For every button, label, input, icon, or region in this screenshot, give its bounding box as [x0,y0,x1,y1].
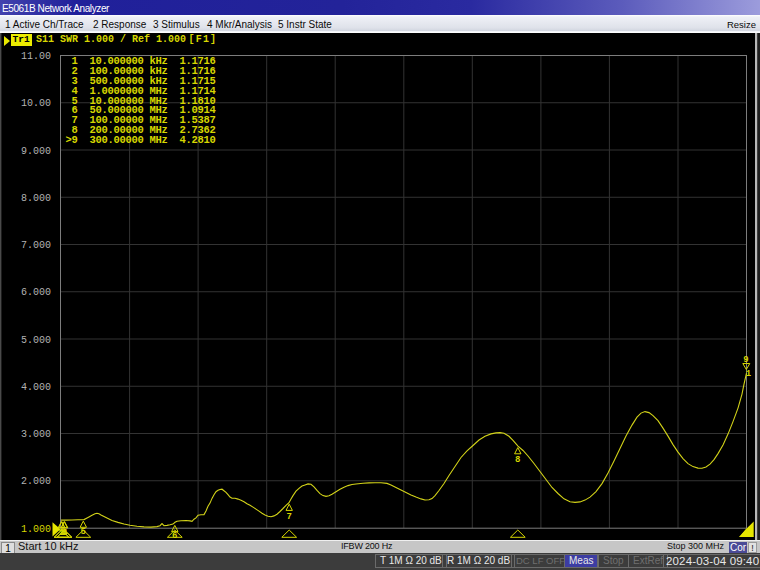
svg-text:5.000: 5.000 [21,335,51,346]
svg-text:1.000: 1.000 [21,524,51,535]
svg-text:7.000: 7.000 [21,240,51,251]
svg-text:8.000: 8.000 [21,193,51,204]
svg-text:2.000: 2.000 [21,476,51,487]
svg-text:10.00: 10.00 [21,98,51,109]
svg-text:3.000: 3.000 [21,429,51,440]
svg-text:1: 1 [746,369,752,379]
svg-text:4.000: 4.000 [21,382,51,393]
svg-text:9.000: 9.000 [21,146,51,157]
svg-text:8: 8 [515,455,520,465]
svg-text:6: 6 [172,531,177,540]
svg-text:7: 7 [286,512,291,522]
svg-text:6.000: 6.000 [21,287,51,298]
svg-text:11.00: 11.00 [21,51,51,62]
